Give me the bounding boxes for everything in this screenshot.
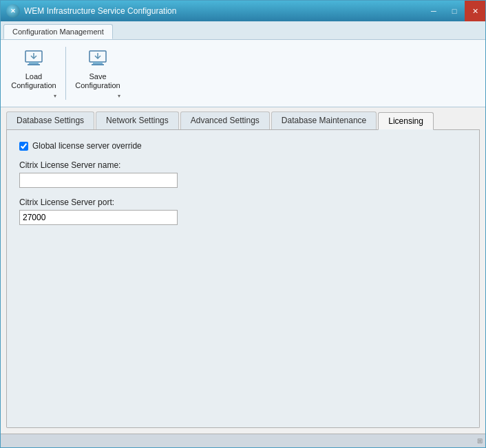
server-port-group: Citrix License Server port: [19,198,467,225]
svg-rect-5 [92,64,104,65]
save-configuration-label: Save Configuration [75,72,120,90]
window-title: WEM Infrastructure Service Configuration [24,6,176,16]
global-license-override-checkbox[interactable] [19,142,28,151]
server-name-label: Citrix License Server name: [19,160,467,170]
ribbon-separator [65,47,66,100]
load-configuration-button[interactable]: Load Configuration ▾ [6,44,61,103]
title-bar-left: WEM Infrastructure Service Configuration [6,4,176,18]
close-button[interactable]: ✕ [465,1,485,21]
minimize-button[interactable]: ─ [423,1,444,21]
tab-database-maintenance[interactable]: Database Maintenance [271,111,377,129]
global-license-override-label: Global license server override [32,141,142,151]
load-icon [23,47,45,70]
server-name-group: Citrix License Server name: [19,160,467,188]
server-port-label: Citrix License Server port: [19,198,467,207]
tab-database-settings[interactable]: Database Settings [6,111,94,129]
tab-bar: Database Settings Network Settings Advan… [6,111,480,130]
server-name-input[interactable] [19,173,178,188]
svg-rect-2 [28,64,40,65]
svg-rect-4 [93,62,103,64]
status-bar: ⊞ [1,434,485,447]
main-window: WEM Infrastructure Service Configuration… [0,0,486,448]
ribbon-tab-bar: Configuration Management [1,21,485,39]
main-area: Database Settings Network Settings Advan… [1,107,485,434]
save-configuration-button[interactable]: Save Configuration ▾ [70,44,125,103]
title-bar: WEM Infrastructure Service Configuration… [1,1,485,21]
window-controls: ─ □ ✕ [423,1,485,21]
tab-content-licensing: Global license server override Citrix Li… [6,130,480,428]
ribbon: Configuration Management Load [1,21,485,107]
server-port-input[interactable] [19,210,178,225]
ribbon-tab-configuration-management[interactable]: Configuration Management [3,24,113,39]
tab-network-settings[interactable]: Network Settings [96,111,179,129]
tab-licensing[interactable]: Licensing [378,112,434,130]
svg-rect-1 [29,62,39,64]
tab-advanced-settings[interactable]: Advanced Settings [180,111,270,129]
app-icon [6,4,20,18]
global-license-override-row: Global license server override [19,141,467,151]
resize-icon: ⊞ [477,437,483,445]
load-configuration-label: Load Configuration [11,72,56,90]
ribbon-content: Load Configuration ▾ [1,39,485,107]
save-icon [87,47,109,70]
maximize-button[interactable]: □ [444,1,465,21]
